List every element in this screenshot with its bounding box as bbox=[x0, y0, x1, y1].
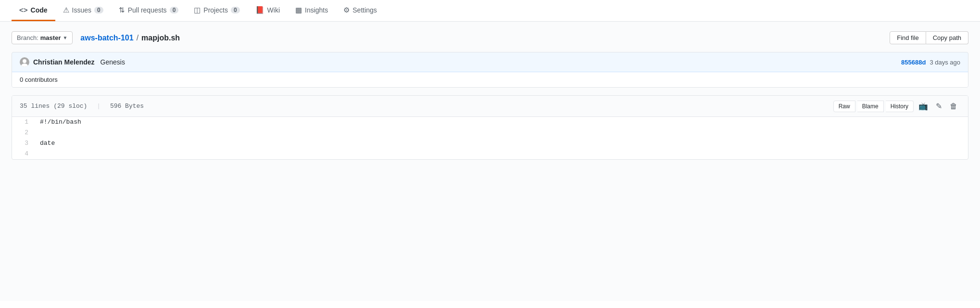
svg-point-1 bbox=[23, 59, 26, 63]
pr-icon: ⇅ bbox=[119, 6, 125, 14]
tab-insights[interactable]: ▩ Insights bbox=[288, 0, 336, 21]
commit-box: Christian Melendez Genesis 855688d 3 day… bbox=[12, 52, 968, 88]
raw-button[interactable]: Raw bbox=[833, 101, 855, 112]
branch-selector[interactable]: Branch: master ▼ bbox=[12, 31, 73, 44]
file-toolbar-buttons: Find file Copy path bbox=[890, 31, 968, 44]
projects-icon: ◫ bbox=[194, 6, 201, 14]
file-meta: 35 lines (29 sloc) | 596 Bytes bbox=[20, 103, 144, 110]
desktop-icon[interactable]: 📺 bbox=[916, 100, 931, 113]
tab-pull-requests[interactable]: ⇅ Pull requests 0 bbox=[111, 0, 187, 21]
file-actions: Raw Blame History 📺 ✎ 🗑 bbox=[833, 100, 960, 113]
commit-meta: 855688d 3 days ago bbox=[901, 59, 960, 66]
commit-author-info: Christian Melendez Genesis bbox=[20, 57, 125, 67]
file-size: 596 Bytes bbox=[110, 103, 144, 110]
code-icon: <> bbox=[19, 6, 28, 14]
line-content: date bbox=[36, 138, 968, 149]
insights-icon: ▩ bbox=[295, 6, 302, 14]
table-row: 2 bbox=[12, 128, 968, 138]
breadcrumb-separator: / bbox=[137, 34, 138, 42]
line-number: 3 bbox=[12, 138, 36, 149]
settings-icon: ⚙ bbox=[343, 6, 350, 14]
chevron-down-icon: ▼ bbox=[63, 35, 67, 40]
tab-wiki[interactable]: 📕 Wiki bbox=[248, 0, 288, 21]
table-row: 3 date bbox=[12, 138, 968, 149]
tab-issues[interactable]: ⚠ Issues 0 bbox=[55, 0, 111, 21]
breadcrumb-repo-link[interactable]: aws-batch-101 bbox=[80, 34, 133, 42]
edit-icon[interactable]: ✎ bbox=[933, 100, 945, 113]
line-number: 4 bbox=[12, 149, 36, 159]
blame-button[interactable]: Blame bbox=[857, 101, 884, 112]
commit-message: Genesis bbox=[101, 58, 125, 66]
nav-tabs: <> Code ⚠ Issues 0 ⇅ Pull requests 0 ◫ P… bbox=[0, 0, 980, 22]
breadcrumb-file: mapjob.sh bbox=[141, 34, 180, 42]
file-meta-separator: | bbox=[97, 103, 101, 110]
pr-badge: 0 bbox=[170, 7, 179, 13]
contributors-bar: 0 contributors bbox=[12, 72, 968, 87]
find-file-button[interactable]: Find file bbox=[890, 31, 926, 44]
breadcrumb: aws-batch-101 / mapjob.sh bbox=[80, 34, 180, 42]
commit-hash-link[interactable]: 855688d bbox=[901, 59, 926, 66]
avatar bbox=[20, 57, 29, 67]
commit-header: Christian Melendez Genesis 855688d 3 day… bbox=[12, 52, 968, 72]
commit-author-name: Christian Melendez bbox=[33, 58, 95, 66]
breadcrumb-section: Branch: master ▼ aws-batch-101 / mapjob.… bbox=[12, 31, 180, 44]
file-viewer-header: 35 lines (29 sloc) | 596 Bytes Raw Blame… bbox=[12, 96, 968, 117]
line-number: 1 bbox=[12, 117, 36, 128]
action-bar: Branch: master ▼ aws-batch-101 / mapjob.… bbox=[12, 31, 968, 44]
file-viewer: 35 lines (29 sloc) | 596 Bytes Raw Blame… bbox=[12, 95, 968, 160]
contributors-count: 0 bbox=[20, 76, 23, 83]
issues-icon: ⚠ bbox=[63, 6, 69, 14]
copy-path-button[interactable]: Copy path bbox=[926, 31, 968, 44]
line-content bbox=[36, 149, 968, 159]
line-content bbox=[36, 128, 968, 138]
issues-badge: 0 bbox=[94, 7, 103, 13]
line-number: 2 bbox=[12, 128, 36, 138]
tab-settings[interactable]: ⚙ Settings bbox=[336, 0, 385, 21]
wiki-icon: 📕 bbox=[255, 6, 264, 14]
table-row: 1 #!/bin/bash bbox=[12, 117, 968, 128]
tab-code[interactable]: <> Code bbox=[12, 0, 55, 21]
history-button[interactable]: History bbox=[886, 101, 914, 112]
main-content: Branch: master ▼ aws-batch-101 / mapjob.… bbox=[0, 22, 980, 301]
code-table: 1 #!/bin/bash 2 3 date 4 bbox=[12, 117, 968, 159]
line-content: #!/bin/bash bbox=[36, 117, 968, 128]
table-row: 4 bbox=[12, 149, 968, 159]
projects-badge: 0 bbox=[231, 7, 240, 13]
commit-time: 3 days ago bbox=[930, 59, 960, 66]
tab-projects[interactable]: ◫ Projects 0 bbox=[186, 0, 247, 21]
delete-icon[interactable]: 🗑 bbox=[947, 100, 960, 113]
file-lines: 35 lines (29 sloc) bbox=[20, 103, 87, 110]
